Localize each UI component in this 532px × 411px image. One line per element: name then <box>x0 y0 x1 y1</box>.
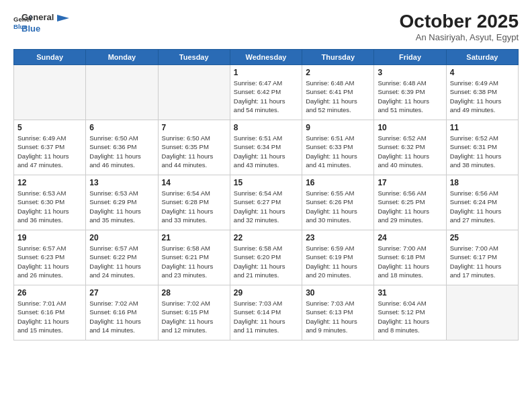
day-info: Sunrise: 6:53 AM Sunset: 6:29 PM Dayligh… <box>89 189 154 224</box>
calendar-cell: 27Sunrise: 7:02 AM Sunset: 6:16 PM Dayli… <box>86 285 158 340</box>
logo-arrow <box>57 15 69 21</box>
logo: General Blue General Blue <box>13 11 69 35</box>
header: General Blue General Blue October 2025 A… <box>13 11 519 42</box>
calendar-cell: 25Sunrise: 7:00 AM Sunset: 6:17 PM Dayli… <box>446 230 518 285</box>
day-number: 30 <box>306 288 370 298</box>
calendar-header-row: Sunday Monday Tuesday Wednesday Thursday… <box>14 50 519 65</box>
calendar-cell: 22Sunrise: 6:58 AM Sunset: 6:20 PM Dayli… <box>230 230 302 285</box>
calendar-cell: 18Sunrise: 6:56 AM Sunset: 6:24 PM Dayli… <box>446 175 518 230</box>
day-info: Sunrise: 6:56 AM Sunset: 6:24 PM Dayligh… <box>450 189 515 224</box>
calendar-week-1: 1Sunrise: 6:47 AM Sunset: 6:42 PM Daylig… <box>14 65 519 120</box>
day-info: Sunrise: 6:50 AM Sunset: 6:36 PM Dayligh… <box>89 134 154 169</box>
day-number: 26 <box>17 288 82 298</box>
calendar-cell: 23Sunrise: 6:59 AM Sunset: 6:19 PM Dayli… <box>302 230 374 285</box>
day-info: Sunrise: 6:51 AM Sunset: 6:33 PM Dayligh… <box>306 134 370 169</box>
day-number: 28 <box>162 288 226 298</box>
day-number: 3 <box>378 68 442 77</box>
calendar-cell: 14Sunrise: 6:54 AM Sunset: 6:28 PM Dayli… <box>158 175 230 230</box>
calendar-cell: 11Sunrise: 6:52 AM Sunset: 6:31 PM Dayli… <box>446 120 518 175</box>
day-number: 17 <box>378 178 442 187</box>
day-number: 21 <box>162 233 226 242</box>
day-info: Sunrise: 6:48 AM Sunset: 6:39 PM Dayligh… <box>378 79 442 114</box>
logo-general: General <box>21 12 69 24</box>
day-number: 1 <box>234 68 298 77</box>
day-number: 29 <box>234 288 298 298</box>
col-tuesday: Tuesday <box>158 50 230 65</box>
day-info: Sunrise: 6:50 AM Sunset: 6:35 PM Dayligh… <box>162 134 226 169</box>
day-info: Sunrise: 6:52 AM Sunset: 6:31 PM Dayligh… <box>450 134 515 169</box>
col-thursday: Thursday <box>302 50 374 65</box>
day-number: 8 <box>234 123 298 132</box>
day-info: Sunrise: 6:56 AM Sunset: 6:25 PM Dayligh… <box>378 189 442 224</box>
day-info: Sunrise: 6:58 AM Sunset: 6:21 PM Dayligh… <box>162 244 226 279</box>
calendar-body: 1Sunrise: 6:47 AM Sunset: 6:42 PM Daylig… <box>14 65 519 340</box>
title-block: October 2025 An Nasiriyah, Asyut, Egypt <box>400 11 519 42</box>
day-number: 19 <box>17 233 82 242</box>
calendar-cell <box>86 65 158 120</box>
calendar-cell: 24Sunrise: 7:00 AM Sunset: 6:18 PM Dayli… <box>374 230 446 285</box>
day-info: Sunrise: 6:54 AM Sunset: 6:28 PM Dayligh… <box>162 189 226 224</box>
day-info: Sunrise: 7:01 AM Sunset: 6:16 PM Dayligh… <box>17 299 82 334</box>
day-info: Sunrise: 7:02 AM Sunset: 6:16 PM Dayligh… <box>89 299 154 334</box>
day-info: Sunrise: 7:00 AM Sunset: 6:17 PM Dayligh… <box>450 244 515 279</box>
day-info: Sunrise: 6:47 AM Sunset: 6:42 PM Dayligh… <box>234 79 298 114</box>
day-number: 6 <box>89 123 154 132</box>
calendar-cell: 29Sunrise: 7:03 AM Sunset: 6:14 PM Dayli… <box>230 285 302 340</box>
calendar-cell: 8Sunrise: 6:51 AM Sunset: 6:34 PM Daylig… <box>230 120 302 175</box>
calendar-cell: 9Sunrise: 6:51 AM Sunset: 6:33 PM Daylig… <box>302 120 374 175</box>
day-number: 22 <box>234 233 298 242</box>
day-number: 2 <box>306 68 370 77</box>
col-monday: Monday <box>86 50 158 65</box>
calendar-cell: 3Sunrise: 6:48 AM Sunset: 6:39 PM Daylig… <box>374 65 446 120</box>
day-number: 24 <box>378 233 442 242</box>
calendar-week-5: 26Sunrise: 7:01 AM Sunset: 6:16 PM Dayli… <box>14 285 519 340</box>
calendar-cell <box>446 285 518 340</box>
col-sunday: Sunday <box>14 50 86 65</box>
calendar-cell: 28Sunrise: 7:02 AM Sunset: 6:15 PM Dayli… <box>158 285 230 340</box>
day-info: Sunrise: 6:54 AM Sunset: 6:27 PM Dayligh… <box>234 189 298 224</box>
calendar-cell: 12Sunrise: 6:53 AM Sunset: 6:30 PM Dayli… <box>14 175 86 230</box>
col-wednesday: Wednesday <box>230 50 302 65</box>
calendar-cell: 20Sunrise: 6:57 AM Sunset: 6:22 PM Dayli… <box>86 230 158 285</box>
day-info: Sunrise: 6:48 AM Sunset: 6:41 PM Dayligh… <box>306 79 370 114</box>
calendar-cell <box>14 65 86 120</box>
page: General Blue General Blue October 2025 A… <box>0 0 532 411</box>
calendar-cell: 7Sunrise: 6:50 AM Sunset: 6:35 PM Daylig… <box>158 120 230 175</box>
calendar-cell: 21Sunrise: 6:58 AM Sunset: 6:21 PM Dayli… <box>158 230 230 285</box>
calendar-cell: 26Sunrise: 7:01 AM Sunset: 6:16 PM Dayli… <box>14 285 86 340</box>
day-number: 15 <box>234 178 298 187</box>
day-info: Sunrise: 7:02 AM Sunset: 6:15 PM Dayligh… <box>162 299 226 334</box>
calendar-table: Sunday Monday Tuesday Wednesday Thursday… <box>13 49 519 340</box>
day-info: Sunrise: 6:49 AM Sunset: 6:38 PM Dayligh… <box>450 79 515 114</box>
logo-blue: Blue <box>21 24 69 35</box>
calendar-cell: 4Sunrise: 6:49 AM Sunset: 6:38 PM Daylig… <box>446 65 518 120</box>
day-number: 9 <box>306 123 370 132</box>
calendar-cell: 1Sunrise: 6:47 AM Sunset: 6:42 PM Daylig… <box>230 65 302 120</box>
day-number: 31 <box>378 288 442 298</box>
calendar-cell: 19Sunrise: 6:57 AM Sunset: 6:23 PM Dayli… <box>14 230 86 285</box>
day-number: 12 <box>17 178 82 187</box>
day-number: 10 <box>378 123 442 132</box>
calendar-week-3: 12Sunrise: 6:53 AM Sunset: 6:30 PM Dayli… <box>14 175 519 230</box>
day-info: Sunrise: 6:51 AM Sunset: 6:34 PM Dayligh… <box>234 134 298 169</box>
day-number: 23 <box>306 233 370 242</box>
day-info: Sunrise: 6:57 AM Sunset: 6:23 PM Dayligh… <box>17 244 82 279</box>
col-friday: Friday <box>374 50 446 65</box>
day-number: 16 <box>306 178 370 187</box>
day-number: 4 <box>450 68 515 77</box>
calendar-cell <box>158 65 230 120</box>
svg-marker-4 <box>57 15 69 21</box>
col-saturday: Saturday <box>446 50 518 65</box>
day-number: 11 <box>450 123 515 132</box>
calendar-week-4: 19Sunrise: 6:57 AM Sunset: 6:23 PM Dayli… <box>14 230 519 285</box>
day-info: Sunrise: 6:55 AM Sunset: 6:26 PM Dayligh… <box>306 189 370 224</box>
day-info: Sunrise: 6:59 AM Sunset: 6:19 PM Dayligh… <box>306 244 370 279</box>
day-info: Sunrise: 6:52 AM Sunset: 6:32 PM Dayligh… <box>378 134 442 169</box>
day-number: 20 <box>89 233 154 242</box>
day-info: Sunrise: 7:03 AM Sunset: 6:14 PM Dayligh… <box>234 299 298 334</box>
day-info: Sunrise: 6:49 AM Sunset: 6:37 PM Dayligh… <box>17 134 82 169</box>
day-number: 27 <box>89 288 154 298</box>
day-number: 18 <box>450 178 515 187</box>
day-number: 13 <box>89 178 154 187</box>
calendar-cell: 6Sunrise: 6:50 AM Sunset: 6:36 PM Daylig… <box>86 120 158 175</box>
